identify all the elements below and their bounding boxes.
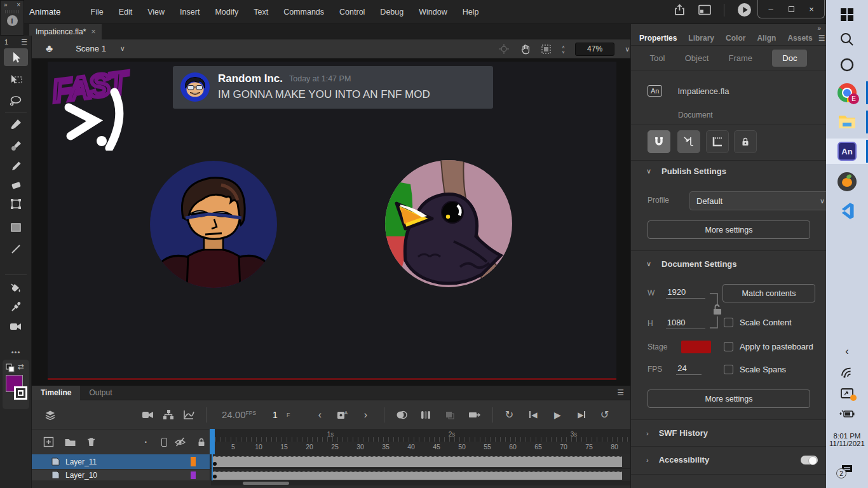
onion-skin-outlines-icon[interactable] bbox=[417, 407, 434, 423]
paint-bucket-tool-button[interactable] bbox=[4, 280, 28, 297]
zoom-stepper-down-icon[interactable]: ∨ bbox=[562, 50, 565, 54]
zoom-level-input[interactable]: 47% bbox=[575, 43, 614, 56]
auto-keyframe-icon[interactable]: A bbox=[334, 407, 351, 423]
current-frame-value[interactable]: 1 bbox=[273, 410, 278, 420]
panel-grip[interactable] bbox=[5, 10, 19, 13]
menu-text[interactable]: Text bbox=[249, 5, 273, 19]
tray-display-button[interactable] bbox=[826, 384, 868, 403]
line-tool-button[interactable] bbox=[4, 240, 28, 258]
rectangle-tool-button[interactable] bbox=[4, 219, 28, 236]
layer-name[interactable]: Layer_10 bbox=[65, 471, 97, 480]
step-back-icon[interactable]: ◀ bbox=[525, 407, 541, 423]
fps-input[interactable]: 24 bbox=[676, 363, 702, 375]
lock-layers-icon[interactable] bbox=[193, 434, 210, 451]
zoom-stepper-up-icon[interactable]: ∧ bbox=[562, 44, 565, 49]
swap-fill-stroke-icon[interactable]: ⇄ bbox=[18, 362, 24, 371]
publish-collapse-icon[interactable]: ∨ bbox=[646, 167, 651, 175]
next-keyframe-icon[interactable]: › bbox=[357, 407, 374, 423]
previous-keyframe-icon[interactable]: ‹ bbox=[311, 407, 328, 423]
publish-settings-header[interactable]: ∨ Publish Settings bbox=[646, 166, 726, 176]
layer-hierarchy-icon[interactable] bbox=[160, 407, 177, 423]
menu-help[interactable]: Help bbox=[458, 5, 484, 19]
stage-canvas[interactable]: FAST bbox=[48, 62, 616, 380]
swf-history-collapse-icon[interactable]: › bbox=[646, 430, 649, 437]
eyedropper-tool-button[interactable] bbox=[4, 298, 28, 316]
zoom-stepper[interactable]: ∧ ∨ bbox=[562, 44, 565, 54]
close-button[interactable]: × bbox=[801, 1, 822, 17]
panel-close-icon[interactable]: × bbox=[17, 1, 20, 8]
profile-dropdown[interactable]: Default ∨ bbox=[689, 191, 832, 210]
accessibility-collapse-icon[interactable]: › bbox=[646, 456, 649, 464]
eraser-tool-button[interactable] bbox=[4, 176, 28, 194]
delete-layer-icon[interactable] bbox=[83, 434, 100, 451]
scrollbar-thumb[interactable] bbox=[243, 482, 289, 485]
frame-span[interactable] bbox=[212, 456, 622, 467]
tray-wifi-button[interactable] bbox=[826, 363, 868, 383]
layer-parenting-icon[interactable] bbox=[42, 407, 58, 423]
share-icon[interactable] bbox=[674, 4, 686, 16]
subselection-tool-button[interactable] bbox=[4, 71, 28, 89]
menu-commands[interactable]: Commands bbox=[279, 5, 329, 19]
graffiti-artwork[interactable]: FAST bbox=[48, 62, 165, 151]
layer-frames-row[interactable] bbox=[210, 470, 630, 480]
free-transform-tool-button[interactable] bbox=[4, 195, 28, 213]
width-input[interactable]: 1920 bbox=[666, 287, 705, 299]
info-icon[interactable]: i bbox=[7, 15, 18, 26]
scale-spans-checkbox[interactable] bbox=[724, 365, 733, 374]
tab-timeline[interactable]: Timeline bbox=[32, 386, 80, 400]
layer-row[interactable]: Layer_10 bbox=[32, 470, 210, 480]
swap-colors-icon[interactable] bbox=[6, 363, 15, 372]
menu-window[interactable]: Window bbox=[414, 5, 451, 19]
timeline-menu-icon[interactable]: ☰ bbox=[617, 388, 624, 397]
scene-dropdown-icon[interactable]: ∨ bbox=[120, 44, 125, 53]
taskbar-search-button[interactable] bbox=[826, 27, 868, 52]
docsettings-collapse-icon[interactable]: ∨ bbox=[646, 260, 651, 268]
test-movie-icon[interactable] bbox=[737, 3, 752, 17]
step-forward-icon[interactable]: ▶ bbox=[573, 407, 590, 423]
cortana-button[interactable] bbox=[826, 52, 868, 78]
pencil-tool-button[interactable] bbox=[4, 157, 28, 175]
document-tab[interactable]: Impatience.fla* × bbox=[29, 24, 102, 39]
publish-more-settings-button[interactable]: More settings bbox=[648, 220, 810, 239]
properties-menu-icon[interactable]: ☰ bbox=[818, 34, 825, 43]
zoom-dropdown-icon[interactable]: ∨ bbox=[625, 45, 630, 53]
notification-center-button[interactable]: 2 bbox=[826, 459, 868, 480]
accessibility-header[interactable]: › Accessibility bbox=[646, 455, 818, 464]
center-stage-icon[interactable] bbox=[499, 44, 509, 54]
onion-skin-icon[interactable] bbox=[393, 407, 410, 423]
timeline-ruler[interactable]: 1s 2s 3s 5 10 15 20 25 30 35 40 45 50 55… bbox=[210, 429, 630, 454]
snap-align-toggle[interactable] bbox=[677, 130, 700, 153]
new-folder-icon[interactable] bbox=[62, 434, 79, 451]
loop-playback-icon[interactable]: ↻ bbox=[501, 407, 517, 423]
layer-name[interactable]: Layer_11 bbox=[65, 458, 97, 466]
taskbar-explorer-button[interactable] bbox=[826, 109, 868, 135]
selection-tool-button[interactable] bbox=[4, 48, 28, 66]
stage-color-swatch[interactable] bbox=[681, 341, 711, 353]
docsettings-more-settings-button[interactable]: More settings bbox=[648, 390, 810, 408]
classic-brush-tool-button[interactable] bbox=[4, 137, 28, 155]
stroke-color-swatch[interactable] bbox=[14, 386, 27, 400]
tab-assets[interactable]: Assets bbox=[782, 34, 818, 43]
new-layer-icon[interactable] bbox=[41, 434, 57, 451]
highlight-layers-icon[interactable]: • bbox=[138, 434, 154, 451]
pasteboard[interactable]: FAST bbox=[32, 58, 630, 386]
match-contents-button[interactable]: Match contents bbox=[722, 284, 815, 302]
subtab-object[interactable]: Object bbox=[685, 53, 709, 63]
panel-overflow-icon[interactable]: » bbox=[817, 25, 821, 32]
hand-tool-icon[interactable] bbox=[519, 43, 531, 55]
subtab-frame[interactable]: Frame bbox=[728, 53, 752, 63]
toolbar-menu-icon[interactable]: ☰ bbox=[21, 38, 27, 46]
menu-view[interactable]: View bbox=[143, 5, 169, 19]
edit-multiple-frames-icon[interactable] bbox=[442, 407, 458, 423]
bird-avatar-artwork[interactable] bbox=[385, 160, 512, 287]
tab-properties[interactable]: Properties bbox=[634, 34, 682, 43]
menu-file[interactable]: File bbox=[86, 5, 108, 19]
clip-content-icon[interactable] bbox=[541, 44, 552, 55]
timeline-horizontal-scrollbar[interactable] bbox=[211, 481, 630, 485]
scene-name[interactable]: Scene 1 bbox=[76, 44, 106, 53]
tab-output[interactable]: Output bbox=[80, 386, 121, 400]
menu-edit[interactable]: Edit bbox=[114, 5, 137, 19]
play-icon[interactable]: ▶ bbox=[549, 407, 566, 423]
layer-color-chip[interactable] bbox=[191, 471, 196, 479]
link-dimensions-icon[interactable] bbox=[709, 290, 724, 332]
